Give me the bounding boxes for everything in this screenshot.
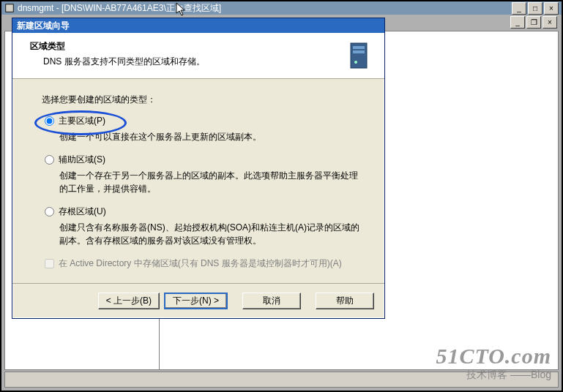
wizard-header-subtitle: DNS 服务器支持不同类型的区域和存储。 [43, 56, 338, 68]
new-zone-wizard: 新建区域向导 区域类型 DNS 服务器支持不同类型的区域和存储。 选择您要创建的… [12, 18, 385, 319]
child-close-button[interactable]: × [543, 16, 557, 29]
wizard-header-title: 区域类型 [30, 40, 338, 53]
screenshot-frame: dnsmgmt - [DNS\WIN-AB77A461AE3\正向查找区域] _… [0, 0, 563, 392]
server-icon [343, 40, 374, 71]
mmc-title-text: dnsmgmt - [DNS\WIN-AB77A461AE3\正向查找区域] [18, 2, 559, 15]
mmc-window-buttons: _ □ × [510, 2, 559, 15]
next-button[interactable]: 下一步(N) > [164, 293, 228, 309]
svg-rect-2 [353, 46, 365, 49]
desc-stub-zone: 创建只含有名称服务器(NS)、起始授权机构(SOA)和粘连主机(A)记录的区域的… [59, 221, 362, 247]
radio-stub-zone[interactable] [45, 207, 54, 216]
svg-rect-0 [6, 4, 14, 12]
label-secondary-zone[interactable]: 辅助区域(S) [59, 154, 105, 166]
child-restore-button[interactable]: ❐ [526, 16, 541, 29]
help-button[interactable]: 帮助 [316, 293, 374, 309]
mmc-titlebar[interactable]: dnsmgmt - [DNS\WIN-AB77A461AE3\正向查找区域] [1, 1, 562, 15]
minimize-button[interactable]: _ [512, 2, 526, 15]
label-store-in-ad: 在 Active Directory 中存储区域(只有 DNS 服务器是域控制器… [59, 257, 342, 270]
option-primary-zone: 主要区域(P) 创建一个可以直接在这个服务器上更新的区域副本。 [45, 115, 362, 143]
child-minimize-button[interactable]: _ [510, 16, 525, 29]
checkbox-store-in-ad [45, 259, 54, 268]
store-in-ad-row: 在 Active Directory 中存储区域(只有 DNS 服务器是域控制器… [45, 257, 362, 270]
cancel-button[interactable]: 取消 [242, 293, 301, 309]
option-stub-zone: 存根区域(U) 创建只含有名称服务器(NS)、起始授权机构(SOA)和粘连主机(… [45, 206, 362, 247]
svg-point-4 [354, 61, 357, 64]
wizard-title-text: 新建区域向导 [17, 20, 70, 32]
radio-secondary-zone[interactable] [45, 155, 54, 165]
wizard-titlebar[interactable]: 新建区域向导 [12, 18, 384, 33]
option-secondary-zone: 辅助区域(S) 创建一个存在于另一个服务器上的区域的副本。此选项帮助主服务器平衡… [45, 154, 362, 195]
label-stub-zone[interactable]: 存根区域(U) [59, 206, 106, 218]
zone-type-prompt: 选择您要创建的区域的类型： [42, 94, 362, 106]
label-primary-zone[interactable]: 主要区域(P) [59, 115, 105, 127]
app-icon [4, 3, 15, 13]
radio-primary-zone[interactable] [45, 116, 54, 126]
mdi-child-buttons: _ ❐ × [509, 16, 557, 29]
desc-primary-zone: 创建一个可以直接在这个服务器上更新的区域副本。 [59, 130, 362, 143]
desc-secondary-zone: 创建一个存在于另一个服务器上的区域的副本。此选项帮助主服务器平衡处理的工作量，并… [59, 169, 362, 195]
wizard-body: 选择您要创建的区域的类型： 主要区域(P) 创建一个可以直接在这个服务器上更新的… [12, 79, 384, 283]
wizard-button-row: < 上一步(B) 下一步(N) > 取消 帮助 [12, 283, 384, 318]
maximize-button[interactable]: □ [528, 2, 543, 15]
close-button[interactable]: × [544, 2, 559, 15]
wizard-header: 区域类型 DNS 服务器支持不同类型的区域和存储。 [12, 33, 384, 79]
status-bar [4, 372, 559, 388]
back-button[interactable]: < 上一步(B) [98, 293, 160, 309]
svg-rect-3 [353, 50, 365, 53]
